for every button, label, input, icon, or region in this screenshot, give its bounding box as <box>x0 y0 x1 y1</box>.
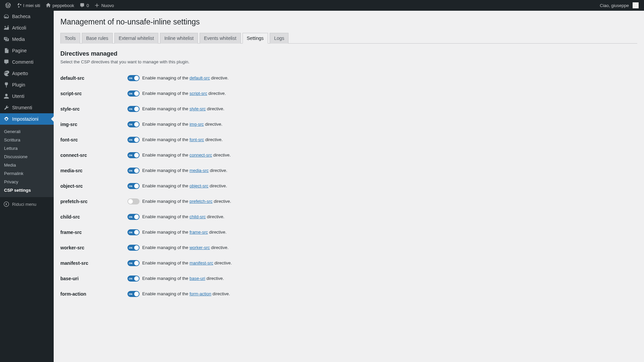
directive-control: ONEnable managing of the script-src dire… <box>127 90 634 97</box>
admin-bar: I miei siti peppebook 0 Nuovo Ciao, gius… <box>0 0 644 11</box>
toggle-on-label: ON <box>129 231 132 233</box>
directive-description: Enable managing of the script-src direct… <box>142 91 226 96</box>
directive-link-img-src[interactable]: img-src <box>190 122 204 127</box>
directives-table: default-srcONEnable managing of the defa… <box>60 70 637 302</box>
submenu-item-permalink[interactable]: Permalink <box>0 169 54 178</box>
tab-inline-whitelist[interactable]: Inline whitelist <box>160 33 198 44</box>
toggle-object-src[interactable]: ON <box>127 183 140 189</box>
toggle-media-src[interactable]: ON <box>127 168 140 174</box>
directive-control: Enable managing of the prefetch-src dire… <box>127 198 634 204</box>
my-sites-menu[interactable]: I miei siti <box>13 0 43 11</box>
submenu-item-scrittura[interactable]: Scrittura <box>0 136 54 144</box>
sidebar-item-commenti[interactable]: Commenti <box>0 56 54 68</box>
comments-menu[interactable]: 0 <box>77 0 92 11</box>
directive-row-media-src: media-srcONEnable managing of the media-… <box>60 163 637 178</box>
directive-row-manifest-src: manifest-srcONEnable managing of the man… <box>60 255 637 271</box>
toggle-default-src[interactable]: ON <box>127 75 140 81</box>
sidebar-item-pagine[interactable]: Pagine <box>0 45 54 56</box>
submenu-item-media[interactable]: Media <box>0 161 54 169</box>
toggle-on-label: ON <box>129 169 132 172</box>
submenu-item-generali[interactable]: Generali <box>0 127 54 136</box>
toggle-base-uri[interactable]: ON <box>127 276 140 282</box>
tools-icon <box>3 105 9 111</box>
comment-icon <box>79 3 85 8</box>
sidebar-label: Commenti <box>12 59 34 65</box>
my-sites-label: I miei siti <box>23 3 40 8</box>
pages-icon <box>3 48 9 54</box>
plugins-icon <box>3 82 9 88</box>
sidebar-item-media[interactable]: Media <box>0 34 54 45</box>
directive-link-worker-src[interactable]: worker-src <box>190 245 210 250</box>
admin-bar-right: Ciao, giuseppe <box>597 0 641 11</box>
toggle-script-src[interactable]: ON <box>127 90 140 97</box>
main-content: Management of no-unsafe-inline settings … <box>54 0 644 315</box>
users-icon <box>3 93 9 99</box>
submenu-item-lettura[interactable]: Lettura <box>0 144 54 153</box>
site-name-menu[interactable]: peppebook <box>43 0 77 11</box>
toggle-style-src[interactable]: ON <box>127 106 140 112</box>
account-menu[interactable]: Ciao, giuseppe <box>597 0 641 11</box>
directive-link-manifest-src[interactable]: manifest-src <box>190 260 213 265</box>
sidebar-item-utenti[interactable]: Utenti <box>0 90 54 102</box>
directive-row-frame-src: frame-srcONEnable managing of the frame-… <box>60 225 637 240</box>
toggle-connect-src[interactable]: ON <box>127 152 140 158</box>
directive-link-child-src[interactable]: child-src <box>190 214 206 219</box>
directive-link-default-src[interactable]: default-src <box>190 75 210 80</box>
directive-link-frame-src[interactable]: frame-src <box>190 230 208 235</box>
submenu-item-discussione[interactable]: Discussione <box>0 153 54 161</box>
toggle-frame-src[interactable]: ON <box>127 229 140 235</box>
directive-control: ONEnable managing of the style-src direc… <box>127 106 634 112</box>
new-content-menu[interactable]: Nuovo <box>92 0 117 11</box>
sidebar-item-bacheca[interactable]: Bacheca <box>0 11 54 22</box>
tab-events-whitelist[interactable]: Events whitelist <box>200 33 240 44</box>
directive-name: font-src <box>60 132 127 147</box>
plus-icon <box>94 3 100 8</box>
tab-logs[interactable]: Logs <box>270 33 288 44</box>
sidebar-item-plugin[interactable]: Plugin <box>0 79 54 90</box>
directive-control: ONEnable managing of the connect-src dir… <box>127 152 634 158</box>
submenu-item-privacy[interactable]: Privacy <box>0 178 54 186</box>
collapse-menu-button[interactable]: Riduci menu <box>0 198 54 210</box>
sidebar-label: Pagine <box>12 48 27 53</box>
toggle-prefetch-src[interactable] <box>127 198 140 204</box>
wp-logo-menu[interactable] <box>3 0 13 11</box>
sidebar-item-strumenti[interactable]: Strumenti <box>0 102 54 113</box>
directive-control: ONEnable managing of the form-action dir… <box>127 291 634 297</box>
directive-link-script-src[interactable]: script-src <box>190 91 207 96</box>
toggle-font-src[interactable]: ON <box>127 137 140 143</box>
toggle-img-src[interactable]: ON <box>127 121 140 127</box>
sidebar-label: Media <box>12 37 25 42</box>
directive-control: ONEnable managing of the base-uri direct… <box>127 276 634 282</box>
sidebar-item-articoli[interactable]: Articoli <box>0 22 54 34</box>
directive-link-connect-src[interactable]: connect-src <box>190 153 212 158</box>
directive-row-child-src: child-srcONEnable managing of the child-… <box>60 209 637 225</box>
toggle-form-action[interactable]: ON <box>127 291 140 297</box>
toggle-worker-src[interactable]: ON <box>127 245 140 251</box>
submenu-item-csp-settings[interactable]: CSP settings <box>0 186 54 194</box>
sidebar-item-aspetto[interactable]: Aspetto <box>0 68 54 79</box>
directive-link-media-src[interactable]: media-src <box>190 168 209 173</box>
directive-control: ONEnable managing of the font-src direct… <box>127 137 634 143</box>
directive-description: Enable managing of the form-action direc… <box>142 291 230 296</box>
directive-link-form-action[interactable]: form-action <box>190 291 211 296</box>
directive-link-object-src[interactable]: object-src <box>190 183 208 188</box>
directive-name: frame-src <box>60 225 127 240</box>
toggle-manifest-src[interactable]: ON <box>127 260 140 266</box>
directive-link-style-src[interactable]: style-src <box>190 106 206 111</box>
tab-base-rules[interactable]: Base rules <box>82 33 113 44</box>
media-icon <box>3 36 9 42</box>
directive-link-base-uri[interactable]: base-uri <box>190 276 205 281</box>
directive-name: child-src <box>60 209 127 225</box>
sidebar-label: Aspetto <box>12 71 28 76</box>
tab-settings[interactable]: Settings <box>243 33 268 44</box>
directive-link-font-src[interactable]: font-src <box>190 137 204 142</box>
directive-name: base-uri <box>60 271 127 286</box>
tab-tools[interactable]: Tools <box>60 33 80 44</box>
directive-control: ONEnable managing of the media-src direc… <box>127 168 634 174</box>
sidebar-item-impostazioni[interactable]: Impostazioni <box>0 113 54 125</box>
tab-external-whitelist[interactable]: External whitelist <box>114 33 158 44</box>
directive-link-prefetch-src[interactable]: prefetch-src <box>190 199 213 204</box>
toggle-child-src[interactable]: ON <box>127 214 140 220</box>
directive-name: img-src <box>60 117 127 132</box>
directive-name: media-src <box>60 163 127 178</box>
